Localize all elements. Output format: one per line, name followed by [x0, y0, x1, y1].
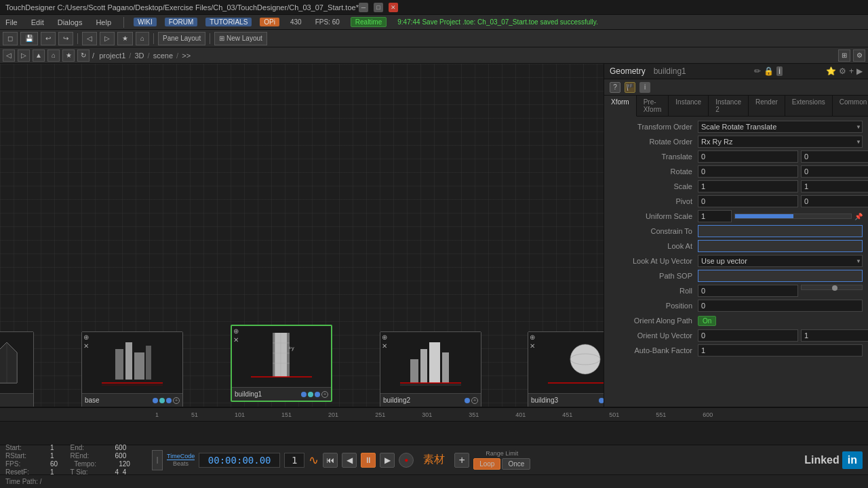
position-input[interactable]: [698, 300, 863, 312]
star-button[interactable]: ★: [117, 32, 133, 45]
add-button[interactable]: +: [454, 453, 469, 468]
nav-reload[interactable]: ↻: [77, 49, 90, 62]
nav-home[interactable]: ⌂: [47, 49, 60, 62]
look-at-input[interactable]: [698, 240, 863, 252]
tab-xform[interactable]: Xform: [604, 96, 637, 117]
redo-button[interactable]: ↪: [58, 32, 73, 45]
constrain-to-input[interactable]: [698, 225, 863, 237]
forum-tag[interactable]: FORUM: [165, 18, 198, 26]
node-building2[interactable]: ⊕ ✕ building2 +: [380, 331, 481, 407]
tutorials-tag[interactable]: TUTORIALS: [205, 18, 252, 26]
close-button[interactable]: ✕: [389, 3, 398, 12]
menu-help[interactable]: Help: [93, 17, 114, 28]
wiki-tag[interactable]: WIKI: [134, 18, 157, 26]
scale-y[interactable]: [801, 180, 868, 192]
dot-add[interactable]: +: [321, 391, 328, 398]
node-building1[interactable]: ⊕ ✕ +y bui: [231, 325, 332, 402]
node-building3[interactable]: ⊕ ✕ building3 +: [528, 331, 604, 407]
transform-order-select[interactable]: Scale Rotate Translate: [698, 121, 863, 133]
timeline-indicator[interactable]: |: [152, 450, 163, 470]
tab-instance[interactable]: Instance: [669, 96, 709, 116]
rotate-order-select[interactable]: Rx Ry Rz: [698, 136, 863, 148]
rotate-x[interactable]: [698, 165, 798, 178]
translate-y[interactable]: [801, 150, 868, 163]
breadcrumb-3d[interactable]: 3D: [134, 52, 144, 60]
frame-display[interactable]: 1: [284, 453, 304, 468]
arrow-icon[interactable]: ▶: [856, 66, 863, 76]
pencil-icon[interactable]: ✏: [754, 66, 761, 76]
opi-tag[interactable]: OPi: [260, 18, 279, 26]
uniform-scale-pin[interactable]: 📌: [854, 213, 863, 220]
gear-icon[interactable]: ⚙: [839, 66, 846, 76]
info-icon[interactable]: i: [776, 66, 783, 76]
uniform-scale-slider[interactable]: [734, 214, 852, 219]
pivot-y[interactable]: [801, 195, 868, 207]
maximize-button[interactable]: □: [374, 3, 383, 12]
menu-dialogs[interactable]: Dialogs: [55, 17, 85, 28]
timecode-mode[interactable]: TimeCode Beats: [167, 453, 195, 467]
uniform-scale-input[interactable]: [698, 210, 732, 222]
nav-forward[interactable]: ▷: [18, 49, 30, 62]
scale-x[interactable]: [698, 180, 798, 192]
timecode-display[interactable]: 00:00:00.00: [199, 453, 280, 468]
nav-back[interactable]: ◁: [3, 49, 15, 62]
timecode-label[interactable]: TimeCode: [167, 453, 195, 460]
tab-instance2[interactable]: Instance 2: [709, 96, 749, 116]
tab-pre-xform[interactable]: Pre-Xform: [637, 96, 669, 116]
op-info[interactable]: i: [639, 82, 650, 93]
save-button[interactable]: 💾: [20, 32, 38, 45]
network-editor[interactable]: ⊕ ✕ base: [0, 64, 604, 407]
beats-label[interactable]: Beats: [173, 460, 189, 467]
node-base[interactable]: ⊕ ✕ base: [81, 331, 183, 407]
goto-start-button[interactable]: ⏮: [323, 453, 338, 468]
help-button[interactable]: ?: [610, 82, 620, 93]
nav-star[interactable]: ★: [62, 49, 75, 62]
next-frame-button[interactable]: ▶: [380, 453, 395, 468]
breadcrumb-project[interactable]: project1: [99, 52, 125, 60]
orient-up-x[interactable]: [698, 329, 798, 342]
pane-layout[interactable]: Pane Layout: [158, 32, 205, 45]
dot-add[interactable]: +: [471, 397, 478, 404]
auto-bank-input[interactable]: [698, 344, 863, 357]
roll-slider[interactable]: [801, 285, 863, 290]
orient-along-path-toggle[interactable]: On: [698, 316, 716, 326]
waveform-icon[interactable]: ∿: [309, 453, 319, 468]
star-icon[interactable]: ⭐: [826, 66, 836, 76]
navigate-forward[interactable]: ▷: [100, 32, 115, 45]
tab-extensions[interactable]: Extensions: [785, 96, 833, 116]
nav-up[interactable]: ▲: [33, 49, 45, 62]
menu-edit[interactable]: Edit: [28, 17, 47, 28]
tab-render[interactable]: Render: [749, 96, 785, 116]
play-pause-button[interactable]: ⏸: [361, 453, 376, 468]
tab-common[interactable]: Common: [833, 96, 868, 116]
timeline-content[interactable]: [0, 422, 868, 445]
undo-button[interactable]: ↩: [41, 32, 56, 45]
orient-up-y[interactable]: [801, 329, 868, 342]
menu-file[interactable]: File: [3, 17, 20, 28]
navigate-back[interactable]: ◁: [82, 32, 97, 45]
linkedin-logo[interactable]: in: [842, 451, 863, 469]
op-flag[interactable]: 🏴: [625, 82, 635, 93]
path-sop-input[interactable]: [698, 270, 863, 282]
pivot-x[interactable]: [698, 195, 798, 207]
look-at-up-select[interactable]: Use up vector: [698, 255, 863, 267]
rotate-y[interactable]: [801, 165, 868, 178]
translate-x[interactable]: [698, 150, 798, 163]
roll-input[interactable]: [698, 285, 798, 297]
once-button[interactable]: Once: [502, 458, 530, 470]
home-button[interactable]: ⌂: [136, 32, 149, 45]
breadcrumb-more[interactable]: >>: [182, 52, 191, 60]
minimize-button[interactable]: ─: [359, 3, 368, 12]
new-layout[interactable]: ⊞ New Layout: [214, 32, 267, 45]
record-button[interactable]: ●: [399, 453, 414, 468]
lock-icon[interactable]: 🔒: [764, 66, 774, 76]
breadcrumb-item[interactable]: /: [92, 52, 94, 60]
nav-grid[interactable]: ⊞: [838, 49, 850, 62]
prev-frame-button[interactable]: ◀: [342, 453, 357, 468]
loop-button[interactable]: Loop: [473, 458, 500, 470]
plus-icon[interactable]: +: [849, 66, 854, 76]
dot-add[interactable]: +: [173, 397, 180, 404]
nav-settings[interactable]: ⚙: [853, 49, 865, 62]
breadcrumb-scene[interactable]: scene: [153, 52, 173, 60]
new-button[interactable]: ◻: [3, 32, 18, 45]
